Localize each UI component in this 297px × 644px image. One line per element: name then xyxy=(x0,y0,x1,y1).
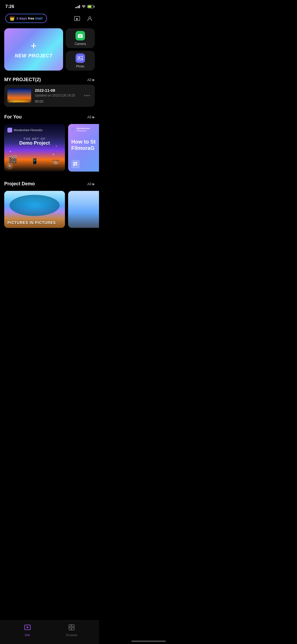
my-projects-title: MY PROJECT(2) xyxy=(4,77,41,82)
trial-badge[interactable]: 👑 3 days free trial! xyxy=(5,14,47,23)
for-you-chevron-right-icon: ▶ xyxy=(92,115,95,119)
trial-word: trial! xyxy=(35,16,43,20)
media-library-icon[interactable] xyxy=(73,15,81,22)
howto-title: How to StFilmoraG xyxy=(71,139,99,151)
sky-card-background xyxy=(68,191,99,228)
howto-icon xyxy=(71,160,80,168)
camera-label: Camera xyxy=(75,42,86,46)
crown-icon: 👑 xyxy=(10,16,15,21)
demo-card-content: THE ART OF Demo Project xyxy=(4,137,65,146)
my-projects-all-button[interactable]: All ▶ xyxy=(87,78,95,82)
svg-point-4 xyxy=(80,35,81,36)
demo-card-sky[interactable] xyxy=(68,191,99,228)
my-projects-header: MY PROJECT(2) All ▶ xyxy=(0,75,99,85)
sparkle-icon-1: ✦ xyxy=(10,150,11,153)
for-you-card-demo[interactable]: Wondershare FilmoraGo THE ART OF Demo Pr… xyxy=(4,124,65,172)
for-you-all-label: All xyxy=(87,115,91,119)
pip-card-text: PICTURES IN PICTURES xyxy=(7,220,56,225)
demo-brand: Wondershare FilmoraGo xyxy=(7,128,43,132)
for-you-scroll: Wondershare FilmoraGo THE ART OF Demo Pr… xyxy=(0,122,99,174)
camera-icon xyxy=(76,31,85,40)
wifi-icon xyxy=(82,5,86,9)
for-you-header: For You All ▶ xyxy=(0,112,99,122)
photo-button[interactable]: Photo xyxy=(66,51,95,71)
photo-label: Photo xyxy=(76,65,84,68)
trial-days: 3 days xyxy=(16,16,28,20)
project-name: 2022-11-08 xyxy=(35,88,79,93)
project-demo-title: Project Demo xyxy=(4,181,35,187)
profile-icon[interactable] xyxy=(86,15,94,22)
new-project-label: NEW PROJECT xyxy=(15,53,53,59)
side-actions: Camera Photo xyxy=(66,28,95,71)
project-thumbnail-image xyxy=(7,88,31,104)
svg-rect-7 xyxy=(73,162,75,164)
for-you-section: For You All ▶ Wondershare FilmoraGo THE … xyxy=(0,112,99,174)
for-you-title: For You xyxy=(4,114,22,120)
howto-card-background: Wondershare FilmoraGo How to StFilmoraG xyxy=(68,124,99,172)
project-demo-all-label: All xyxy=(87,182,91,186)
more-options-icon[interactable]: ••• xyxy=(83,93,92,99)
howto-title-container: How to StFilmoraG xyxy=(71,139,99,151)
clapper-icon: 🎞️ xyxy=(52,159,60,166)
status-time: 7:26 xyxy=(5,4,14,9)
howto-brand-name2: FilmoraGo xyxy=(77,130,90,132)
play-icon: ↻ xyxy=(6,163,13,169)
svg-rect-8 xyxy=(76,162,77,164)
status-bar: 7:26 ⚡ xyxy=(0,0,99,12)
project-updated: Updated on 2022/11/8 19:25 xyxy=(35,94,79,97)
trial-text: 3 days free trial! xyxy=(16,16,43,20)
phone-icon: 📱 xyxy=(31,158,38,165)
sparkle-icon-3: ✦ xyxy=(53,153,54,156)
camera-button[interactable]: Camera xyxy=(66,28,95,48)
header: 👑 3 days free trial! xyxy=(0,12,99,26)
demo-subtitle: THE ART OF xyxy=(4,137,65,140)
demo-card-pip[interactable]: PICTURES IN PICTURES xyxy=(4,191,65,228)
svg-rect-10 xyxy=(76,164,77,165)
status-icons: ⚡ xyxy=(75,5,94,9)
demo-brand-text: Wondershare FilmoraGo xyxy=(14,129,43,132)
photo-icon xyxy=(76,53,85,63)
new-project-plus-icon: + xyxy=(31,40,37,51)
sparkle-icon-2: ✦ xyxy=(56,145,57,147)
project-card[interactable]: 2022-11-08 Updated on 2022/11/8 19:25 00… xyxy=(4,85,95,107)
project-demo-section: Project Demo All ▶ PICTURES IN PICTURES xyxy=(0,179,99,230)
project-demo-all-button[interactable]: All ▶ xyxy=(87,182,95,186)
quick-actions: + NEW PROJECT Camera Photo xyxy=(0,26,99,75)
trial-free: free xyxy=(28,16,35,20)
demo-card-background: Wondershare FilmoraGo THE ART OF Demo Pr… xyxy=(4,124,65,172)
howto-brand: Wondershare FilmoraGo xyxy=(71,127,90,132)
project-duration: 00:02 xyxy=(35,99,79,103)
svg-marker-1 xyxy=(76,18,78,20)
howto-brand-name1: Wondershare xyxy=(77,127,90,130)
project-demo-header: Project Demo All ▶ xyxy=(0,179,99,189)
pool-oval xyxy=(10,195,60,216)
signal-bars-icon xyxy=(75,5,80,8)
my-projects-all-label: All xyxy=(87,78,91,82)
battery-icon: ⚡ xyxy=(87,5,94,8)
svg-rect-9 xyxy=(73,164,75,166)
header-icons xyxy=(73,15,94,22)
project-info: 2022-11-08 Updated on 2022/11/8 19:25 00… xyxy=(35,88,79,103)
chevron-right-icon: ▶ xyxy=(92,78,95,82)
project-demo-scroll: PICTURES IN PICTURES xyxy=(0,189,99,230)
svg-point-2 xyxy=(89,17,91,19)
project-demo-chevron-right-icon: ▶ xyxy=(92,182,95,186)
svg-rect-5 xyxy=(78,56,83,60)
for-you-card-howto[interactable]: Wondershare FilmoraGo How to StFilmoraG xyxy=(68,124,99,172)
new-project-button[interactable]: + NEW PROJECT xyxy=(4,28,63,71)
thumbnail-lights xyxy=(9,97,30,102)
for-you-all-button[interactable]: All ▶ xyxy=(87,115,95,119)
project-thumbnail xyxy=(7,88,31,104)
